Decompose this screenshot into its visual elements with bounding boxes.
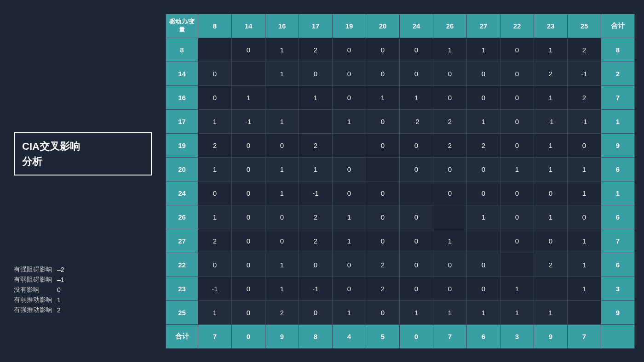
table-row: 25102010111119: [166, 300, 635, 324]
col-header-26: 26: [433, 14, 467, 38]
table-row: 27200210010017: [166, 229, 635, 253]
cell-26-23: 1: [534, 205, 568, 229]
cell-22-19: 0: [333, 253, 366, 277]
row-header-14: 14: [166, 62, 198, 85]
cell-22-20: 2: [366, 253, 400, 277]
cell-25-26: 1: [433, 300, 467, 324]
total-cell-9: 3: [500, 324, 534, 348]
cell-19-24: 0: [400, 133, 433, 157]
cell-16-24: 1: [400, 85, 433, 109]
cell-8-19: 0: [333, 38, 366, 62]
cell-19-8: 2: [198, 133, 232, 157]
cell-total-25: 9: [601, 300, 635, 324]
cell-17-27: 1: [467, 109, 500, 133]
cell-23-27: 0: [467, 277, 500, 300]
cell-diagonal-23: [534, 277, 568, 300]
cell-16-17: 1: [299, 85, 333, 109]
col-header-20: 20: [366, 14, 400, 38]
total-cell-12: [601, 324, 635, 348]
cell-20-23: 1: [534, 157, 568, 181]
cell-27-14: 0: [232, 229, 265, 253]
cell-25-24: 1: [400, 300, 433, 324]
cell-26-20: 0: [366, 205, 400, 229]
cell-23-17: -1: [299, 277, 333, 300]
cell-24-20: 0: [366, 181, 400, 205]
cell-diagonal-20: [366, 157, 400, 181]
cell-total-19: 9: [601, 133, 635, 157]
cell-14-23: 2: [534, 62, 568, 85]
row-header-total: 合计: [166, 324, 198, 348]
col-header-22: 22: [500, 14, 534, 38]
legend-value: 2: [57, 306, 61, 314]
cell-14-8: 0: [198, 62, 232, 85]
cell-total-16: 7: [601, 85, 635, 109]
legend-item: 有弱推动影响1: [14, 296, 152, 304]
total-cell-7: 7: [433, 324, 467, 348]
cell-20-27: 0: [467, 157, 500, 181]
total-cell-5: 5: [366, 324, 400, 348]
cell-17-23: -1: [534, 109, 568, 133]
cell-total-17: 1: [601, 109, 635, 133]
cell-25-16: 2: [265, 300, 299, 324]
row-header-24: 24: [166, 181, 198, 205]
total-cell-3: 8: [299, 324, 333, 348]
col-header-27: 27: [467, 14, 500, 38]
cell-20-16: 1: [265, 157, 299, 181]
cell-total-27: 7: [601, 229, 635, 253]
cell-25-27: 1: [467, 300, 500, 324]
cell-16-19: 0: [333, 85, 366, 109]
legend-item: 有弱阻碍影响–1: [14, 276, 152, 284]
cell-22-16: 1: [265, 253, 299, 277]
cell-22-17: 0: [299, 253, 333, 277]
cell-27-19: 1: [333, 229, 366, 253]
cell-20-8: 1: [198, 157, 232, 181]
table-row: 140100000002-12: [166, 62, 635, 85]
cell-26-27: 1: [467, 205, 500, 229]
row-header-23: 23: [166, 277, 198, 300]
cell-total-20: 6: [601, 157, 635, 181]
cell-17-16: 1: [265, 109, 299, 133]
cell-27-26: 1: [433, 229, 467, 253]
table-row: 22001002000216: [166, 253, 635, 277]
cell-20-26: 0: [433, 157, 467, 181]
cell-23-26: 0: [433, 277, 467, 300]
cell-24-23: 0: [534, 181, 568, 205]
cell-14-25: -1: [568, 62, 601, 85]
total-cell-2: 9: [265, 324, 299, 348]
cell-20-19: 0: [333, 157, 366, 181]
cell-17-22: 0: [500, 109, 534, 133]
cell-23-8: -1: [198, 277, 232, 300]
cell-26-25: 0: [568, 205, 601, 229]
total-cell-8: 6: [467, 324, 500, 348]
cell-8-23: 1: [534, 38, 568, 62]
legend-label: 有强推动影响: [14, 306, 55, 314]
cell-26-8: 1: [198, 205, 232, 229]
cell-diagonal-16: [265, 85, 299, 109]
cell-27-23: 0: [534, 229, 568, 253]
cell-24-27: 0: [467, 181, 500, 205]
cell-16-25: 2: [568, 85, 601, 109]
cell-19-22: 0: [500, 133, 534, 157]
cell-25-8: 1: [198, 300, 232, 324]
cell-24-25: 1: [568, 181, 601, 205]
cell-23-25: 1: [568, 277, 601, 300]
left-panel: CIA交叉影响 分析 有强阻碍影响–2有弱阻碍影响–1没有影响0有弱推动影响1有…: [0, 0, 166, 362]
total-cell-4: 4: [333, 324, 366, 348]
cell-17-25: -1: [568, 109, 601, 133]
cell-24-19: 0: [333, 181, 366, 205]
cell-19-16: 0: [265, 133, 299, 157]
total-cell-0: 7: [198, 324, 232, 348]
cell-16-26: 0: [433, 85, 467, 109]
cell-19-26: 2: [433, 133, 467, 157]
cell-22-8: 0: [198, 253, 232, 277]
cell-22-14: 0: [232, 253, 265, 277]
cell-27-22: 0: [500, 229, 534, 253]
total-cell-10: 9: [534, 324, 568, 348]
cell-27-24: 0: [400, 229, 433, 253]
total-cell-11: 7: [568, 324, 601, 348]
cell-total-26: 6: [601, 205, 635, 229]
cell-diagonal-14: [232, 62, 265, 85]
cell-14-22: 0: [500, 62, 534, 85]
cell-20-24: 0: [400, 157, 433, 181]
cell-22-25: 1: [568, 253, 601, 277]
